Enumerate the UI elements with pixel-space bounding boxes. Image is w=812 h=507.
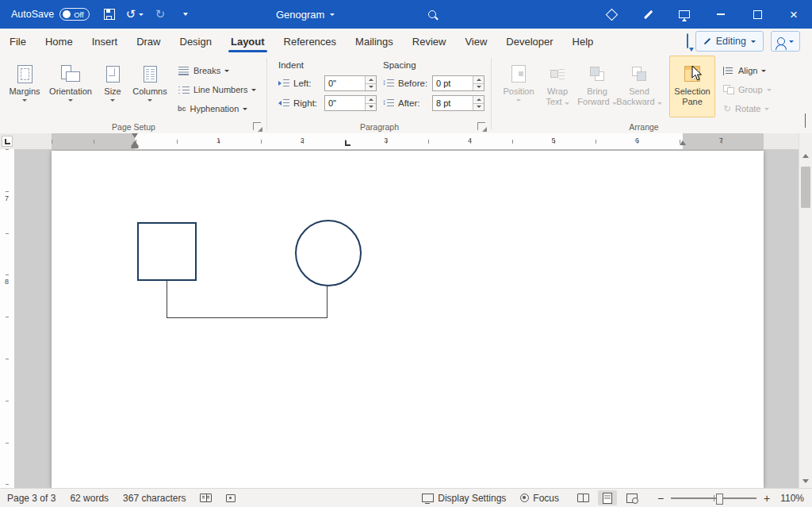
close-button[interactable]: × bbox=[776, 0, 812, 29]
indent-right-spinner[interactable] bbox=[365, 96, 376, 110]
line-numbers-button[interactable]: Line Numbers bbox=[174, 81, 259, 98]
page-indicator[interactable]: Page 3 of 3 bbox=[0, 489, 63, 507]
tab-references[interactable]: References bbox=[274, 29, 346, 54]
tab-file[interactable]: File bbox=[0, 29, 36, 54]
rotate-button: ↻ Rotate bbox=[720, 100, 772, 117]
focus-button[interactable]: Focus bbox=[513, 489, 566, 507]
undo-button[interactable]: ↺ bbox=[122, 2, 147, 26]
ribbon-display-options-button[interactable] bbox=[666, 0, 703, 29]
zoom-level[interactable]: 110% bbox=[777, 493, 804, 504]
customize-qat-button[interactable] bbox=[173, 2, 198, 26]
size-button[interactable]: Size bbox=[97, 56, 128, 117]
minimize-icon bbox=[717, 13, 725, 15]
tab-selector-button[interactable] bbox=[2, 136, 13, 147]
first-line-indent-marker[interactable] bbox=[132, 133, 138, 138]
document-area[interactable] bbox=[14, 149, 799, 489]
genogram-partnership-connector[interactable] bbox=[167, 279, 167, 317]
horizontal-ruler[interactable]: 1 2 3 4 5 6 7 bbox=[0, 133, 799, 149]
print-layout-button[interactable] bbox=[598, 490, 617, 505]
editing-mode-dropdown[interactable]: Editing bbox=[695, 31, 764, 52]
selection-pane-button[interactable]: Selection Pane bbox=[669, 56, 715, 117]
spacing-after-input[interactable]: 8 pt bbox=[432, 95, 485, 111]
chevron-down-icon bbox=[251, 89, 256, 91]
indent-right-input[interactable]: 0" bbox=[324, 95, 377, 111]
ink-button[interactable] bbox=[630, 0, 666, 29]
title-bar: AutoSave Off ↺ ↻ Genogram × bbox=[0, 0, 812, 29]
paragraph-dialog-launcher[interactable] bbox=[477, 122, 485, 130]
display-settings-label: Display Settings bbox=[438, 493, 506, 504]
zoom-in-button[interactable]: + bbox=[763, 492, 771, 505]
autosave-toggle[interactable]: Off bbox=[59, 8, 90, 21]
spacing-before-spinner[interactable] bbox=[473, 76, 484, 90]
tab-home[interactable]: Home bbox=[36, 29, 82, 54]
web-layout-button[interactable] bbox=[622, 490, 642, 505]
spacing-before-input[interactable]: 0 pt bbox=[432, 75, 485, 91]
maximize-button[interactable] bbox=[739, 0, 776, 29]
indent-left-input[interactable]: 0" bbox=[324, 75, 377, 91]
size-icon bbox=[106, 66, 120, 83]
tab-stop-marker[interactable] bbox=[345, 140, 350, 146]
zoom-slider-thumb[interactable] bbox=[716, 494, 723, 505]
document-page[interactable] bbox=[52, 151, 764, 489]
chevron-down-icon bbox=[224, 70, 229, 72]
tab-mailings[interactable]: Mailings bbox=[346, 29, 403, 54]
document-title-control[interactable]: Genogram bbox=[276, 0, 335, 29]
tab-review[interactable]: Review bbox=[403, 29, 456, 54]
orientation-label: Orientation bbox=[49, 86, 92, 97]
search-button[interactable] bbox=[428, 0, 436, 29]
tab-help[interactable]: Help bbox=[563, 29, 603, 54]
word-count[interactable]: 62 words bbox=[63, 489, 116, 507]
share-dropdown[interactable] bbox=[771, 31, 800, 52]
editor-button[interactable] bbox=[593, 0, 630, 29]
orientation-button[interactable]: Orientation bbox=[46, 56, 95, 117]
genogram-female-circle[interactable] bbox=[295, 220, 362, 286]
spacing-before-row: Before: 0 pt bbox=[383, 75, 485, 91]
spacing-after-spinner[interactable] bbox=[473, 96, 484, 110]
print-layout-icon bbox=[603, 493, 612, 504]
edit-pen-icon bbox=[703, 38, 710, 45]
indent-left-spinner[interactable] bbox=[365, 76, 376, 90]
save-icon bbox=[104, 9, 115, 20]
hyphenation-button[interactable]: bc Hyphenation bbox=[174, 100, 251, 117]
scroll-down-button[interactable] bbox=[799, 473, 812, 489]
tab-layout[interactable]: Layout bbox=[221, 29, 274, 54]
genogram-partnership-connector[interactable] bbox=[327, 285, 327, 317]
tab-developer[interactable]: Developer bbox=[496, 29, 562, 54]
tab-view[interactable]: View bbox=[455, 29, 496, 54]
indent-left-icon bbox=[278, 79, 289, 88]
read-mode-button[interactable] bbox=[573, 490, 592, 505]
scroll-up-button[interactable] bbox=[799, 148, 812, 163]
vertical-ruler[interactable]: 7 8 bbox=[0, 149, 15, 489]
tab-insert[interactable]: Insert bbox=[82, 29, 128, 54]
undo-chevron-icon[interactable] bbox=[139, 13, 144, 16]
right-indent-marker[interactable] bbox=[680, 140, 686, 145]
collapse-ribbon-button[interactable] bbox=[805, 114, 806, 129]
display-settings-button[interactable]: Display Settings bbox=[415, 489, 513, 507]
page-setup-dialog-launcher[interactable] bbox=[253, 122, 261, 130]
macro-record-button[interactable] bbox=[219, 489, 243, 507]
columns-button[interactable]: Columns bbox=[130, 56, 170, 117]
character-count[interactable]: 367 characters bbox=[116, 489, 193, 507]
save-button[interactable] bbox=[97, 2, 122, 26]
zoom-slider[interactable] bbox=[671, 497, 756, 499]
indent-right-label: Right: bbox=[293, 98, 320, 108]
margins-button[interactable]: Margins bbox=[5, 56, 44, 117]
wrap-text-label-2: Text bbox=[546, 97, 569, 107]
vertical-scrollbar[interactable] bbox=[799, 133, 812, 489]
minimize-button[interactable] bbox=[703, 0, 739, 29]
genogram-partnership-connector[interactable] bbox=[167, 317, 327, 318]
align-button[interactable]: Align bbox=[720, 62, 769, 79]
scrollbar-thumb[interactable] bbox=[801, 167, 810, 208]
breaks-button[interactable]: Breaks bbox=[174, 62, 232, 79]
comments-button[interactable] bbox=[687, 34, 688, 48]
chevron-down-icon bbox=[68, 99, 73, 102]
genogram-male-square[interactable] bbox=[137, 222, 197, 281]
proofing-button[interactable] bbox=[193, 489, 219, 507]
tab-design[interactable]: Design bbox=[170, 29, 221, 54]
rotate-icon: ↻ bbox=[723, 104, 731, 113]
send-backward-icon bbox=[632, 67, 646, 81]
tab-draw[interactable]: Draw bbox=[127, 29, 170, 54]
autosave-control[interactable]: AutoSave Off bbox=[11, 0, 90, 29]
left-indent-marker[interactable] bbox=[132, 145, 139, 148]
zoom-out-button[interactable]: − bbox=[657, 492, 665, 505]
